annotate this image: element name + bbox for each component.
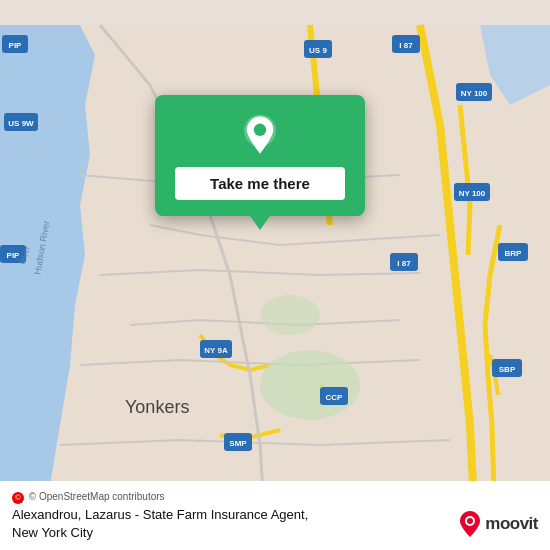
location-line2: New York City [12,525,93,540]
svg-point-1 [260,350,360,420]
svg-point-2 [260,295,320,335]
attribution-text: © OpenStreetMap contributors [29,491,165,502]
location-text: Alexandrou, Lazarus - State Farm Insuran… [12,506,459,542]
svg-point-34 [254,124,266,136]
map-container: Hudson River US 9W US 9 I 87 NY 100 NY 1… [0,0,550,550]
moovit-pin-icon [459,510,481,538]
location-info: Alexandrou, Lazarus - State Farm Insuran… [12,506,538,542]
svg-text:SMP: SMP [229,439,247,448]
svg-text:SBP: SBP [499,365,516,374]
svg-text:BRP: BRP [505,249,523,258]
svg-text:I 87: I 87 [397,259,411,268]
copyright-icon: © [12,492,24,504]
svg-text:PIP: PIP [9,41,23,50]
svg-text:I 87: I 87 [399,41,413,50]
map-background: Hudson River US 9W US 9 I 87 NY 100 NY 1… [0,0,550,550]
svg-point-36 [467,518,473,524]
location-line1: Alexandrou, Lazarus - State Farm Insuran… [12,507,308,522]
svg-text:US 9W: US 9W [8,119,34,128]
svg-text:NY 9A: NY 9A [204,346,228,355]
svg-text:PIP: PIP [7,251,21,260]
bottom-bar: © © OpenStreetMap contributors Alexandro… [0,481,550,550]
take-me-there-button[interactable]: Take me there [175,167,345,200]
svg-text:NY 100: NY 100 [461,89,488,98]
moovit-label: moovit [485,514,538,534]
svg-text:Yonkers: Yonkers [125,397,189,417]
location-pin-icon [237,113,283,159]
svg-text:NY 100: NY 100 [459,189,486,198]
popup-card: Take me there [155,95,365,216]
moovit-logo[interactable]: moovit [459,510,538,538]
svg-text:CCP: CCP [326,393,344,402]
svg-text:US 9: US 9 [309,46,327,55]
attribution: © © OpenStreetMap contributors [12,491,538,503]
